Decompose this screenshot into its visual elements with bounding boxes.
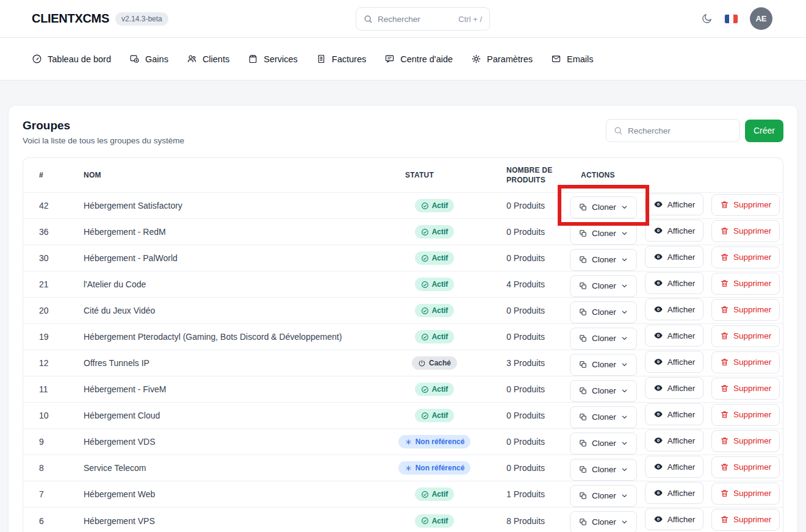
group-products: 0 Produits	[471, 193, 566, 219]
group-name: Hébergement Satisfactory	[84, 193, 398, 219]
eye-icon	[653, 304, 663, 314]
copy-icon	[578, 386, 588, 395]
trash-icon	[720, 489, 729, 498]
group-id: 21	[23, 271, 84, 298]
nav-item-clients[interactable]: Clients	[187, 54, 229, 64]
delete-button[interactable]: Supprimer	[711, 456, 780, 478]
nav-item-invoices[interactable]: Factures	[316, 54, 366, 64]
group-products: 0 Produits	[471, 376, 566, 403]
nav-item-helpdesk[interactable]: Centre d'aide	[384, 54, 453, 64]
table-search[interactable]	[606, 119, 740, 142]
user-avatar[interactable]: AE	[750, 7, 772, 30]
view-button[interactable]: Afficher	[645, 246, 704, 268]
clone-button[interactable]: Cloner	[570, 433, 637, 455]
clone-button[interactable]: Cloner	[570, 406, 637, 428]
nav-item-settings[interactable]: Paramètres	[471, 54, 533, 64]
clone-button[interactable]: Cloner	[570, 196, 637, 218]
clone-button[interactable]: Cloner	[570, 249, 637, 271]
view-button[interactable]: Afficher	[645, 403, 704, 425]
clone-button[interactable]: Cloner	[570, 380, 637, 402]
asterisk-icon	[405, 438, 412, 446]
column-header-id: #	[23, 158, 84, 193]
group-id: 12	[23, 350, 84, 376]
eye-icon	[653, 278, 663, 288]
view-button[interactable]: Afficher	[645, 298, 704, 320]
clone-button[interactable]: Cloner	[570, 328, 637, 350]
page-subtitle: Voici la liste de tous les groupes du sy…	[23, 136, 184, 145]
table-row: 8 Service Telecom Non référencé 0 Produi…	[23, 455, 783, 481]
delete-button[interactable]: Supprimer	[711, 509, 780, 531]
trash-icon	[720, 384, 729, 393]
group-name: Hébergement Cloud	[84, 403, 398, 429]
delete-button[interactable]: Supprimer	[711, 194, 780, 216]
nav-item-dashboard[interactable]: Tableau de bord	[32, 54, 111, 64]
status-badge: Actif	[415, 225, 455, 239]
create-button[interactable]: Créer	[745, 120, 783, 142]
delete-button[interactable]: Supprimer	[711, 430, 780, 452]
delete-button[interactable]: Supprimer	[711, 246, 780, 268]
view-button[interactable]: Afficher	[645, 193, 704, 215]
moon-icon	[701, 13, 713, 24]
check-circle-icon	[421, 202, 429, 210]
delete-button[interactable]: Supprimer	[711, 325, 780, 347]
copy-icon	[578, 439, 588, 448]
delete-button[interactable]: Supprimer	[711, 220, 780, 242]
view-button[interactable]: Afficher	[645, 456, 704, 478]
view-button[interactable]: Afficher	[645, 430, 704, 451]
helpdesk-icon	[384, 54, 395, 64]
view-button[interactable]: Afficher	[645, 325, 704, 347]
view-button[interactable]: Afficher	[645, 482, 704, 504]
delete-button[interactable]: Supprimer	[711, 299, 780, 321]
copy-icon	[578, 307, 588, 317]
delete-button[interactable]: Supprimer	[711, 351, 780, 373]
global-search[interactable]: Ctrl + /	[356, 7, 490, 31]
view-button[interactable]: Afficher	[645, 220, 704, 242]
check-circle-icon	[421, 281, 429, 289]
status-label: Actif	[432, 306, 448, 315]
clone-button[interactable]: Cloner	[570, 275, 637, 297]
clone-button[interactable]: Cloner	[570, 223, 637, 245]
view-button[interactable]: Afficher	[645, 272, 704, 294]
table-search-input[interactable]	[628, 126, 732, 135]
clone-button[interactable]: Cloner	[570, 459, 637, 481]
group-id: 30	[23, 245, 84, 271]
clone-button[interactable]: Cloner	[570, 511, 637, 532]
main-content: Groupes Voici la liste de tous les group…	[0, 81, 806, 532]
status-badge: Caché	[412, 356, 457, 370]
delete-button[interactable]: Supprimer	[711, 273, 780, 295]
nav-item-services[interactable]: Services	[248, 54, 298, 64]
view-button[interactable]: Afficher	[645, 351, 704, 373]
status-label: Actif	[432, 411, 448, 420]
view-button[interactable]: Afficher	[645, 377, 704, 399]
clone-button[interactable]: Cloner	[570, 354, 637, 376]
group-id: 10	[23, 403, 84, 429]
clone-button[interactable]: Cloner	[570, 301, 637, 323]
status-label: Non référencé	[416, 437, 465, 446]
nav-item-earnings[interactable]: Gains	[129, 54, 168, 64]
nav-item-emails[interactable]: Emails	[551, 54, 594, 64]
search-icon	[614, 126, 623, 135]
delete-button[interactable]: Supprimer	[711, 404, 780, 426]
global-search-input[interactable]	[378, 15, 453, 24]
status-badge: Non référencé	[398, 461, 471, 475]
language-flag-french[interactable]	[725, 15, 738, 23]
delete-button[interactable]: Supprimer	[711, 378, 780, 400]
search-shortcut-hint: Ctrl + /	[458, 15, 482, 24]
delete-button[interactable]: Supprimer	[711, 483, 780, 505]
status-badge: Actif	[415, 251, 455, 265]
trash-icon	[720, 200, 729, 209]
group-name: Hébergement VPS	[84, 508, 398, 532]
status-badge: Actif	[415, 199, 455, 212]
invoices-icon	[316, 54, 326, 64]
group-name: Hébergement - RedM	[84, 219, 398, 245]
copy-icon	[578, 465, 588, 474]
view-button[interactable]: Afficher	[645, 508, 704, 530]
group-name: Offres Tunnels IP	[84, 350, 398, 376]
clone-button[interactable]: Cloner	[570, 485, 637, 507]
table-row: 42 Hébergement Satisfactory Actif 0 Prod…	[23, 193, 783, 219]
group-products: 0 Produits	[471, 298, 566, 324]
status-label: Actif	[432, 280, 448, 289]
check-circle-icon	[421, 307, 429, 315]
dark-mode-toggle[interactable]	[701, 13, 713, 24]
check-circle-icon	[421, 228, 429, 236]
